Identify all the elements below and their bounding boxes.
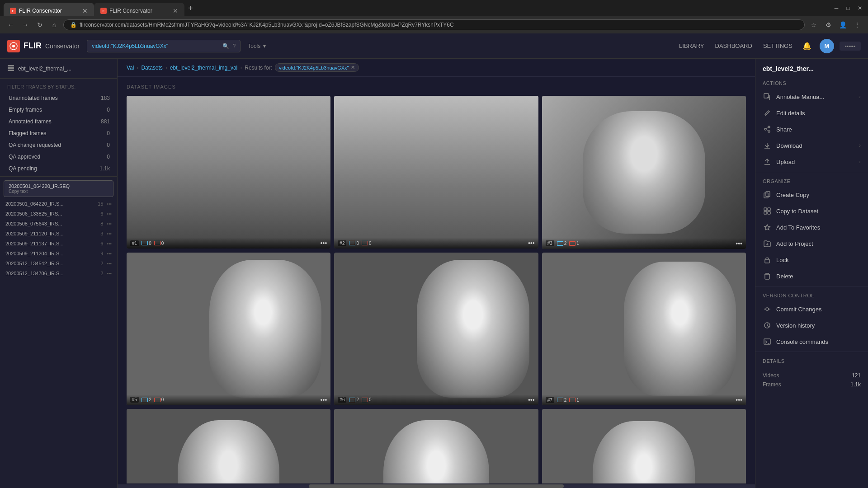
breadcrumb-filter-close-icon[interactable]: ✕ (351, 65, 355, 70)
vc-commit[interactable]: Commit Changes (755, 301, 868, 317)
action-edit[interactable]: Edit details (755, 105, 868, 121)
thermal-image-2 (334, 96, 538, 249)
horizontal-scrollbar[interactable] (118, 484, 755, 488)
filter-unannotated[interactable]: Unannotated frames 183 (0, 92, 117, 104)
home-button[interactable]: ⌂ (49, 19, 60, 30)
organize-lock[interactable]: Lock (755, 252, 868, 268)
back-button[interactable]: ← (5, 19, 16, 30)
image-card-11[interactable]: #11 2 0 ••• (542, 409, 746, 483)
extensions-button[interactable]: ⚙ (823, 19, 834, 30)
image-card-7[interactable]: #7 2 1 ••• (542, 253, 746, 406)
image-menu-2[interactable]: ••• (528, 239, 535, 247)
image-card-1[interactable]: #1 0 0 ••• (127, 96, 330, 249)
vc-console[interactable]: Console commands (755, 333, 868, 350)
nav-dashboard[interactable]: DASHBOARD (715, 41, 752, 51)
address-bar[interactable]: 🔒 flirconservator.com/datasets/HmRMc2sfm… (63, 19, 805, 30)
box-icon-1 (142, 241, 148, 245)
details-videos-key: Videos (763, 372, 779, 379)
search-icon[interactable]: 🔍 (222, 43, 229, 49)
new-tab-button[interactable]: + (184, 4, 197, 13)
image-card-2[interactable]: #2 0 0 ••• (334, 96, 538, 249)
browser-tab-1[interactable]: F FLIR Conservator ✕ (4, 3, 94, 16)
filter-qa-change[interactable]: QA change requested 0 (0, 139, 117, 151)
file-item-4[interactable]: 20200509_211137_IR.S... 6 ••• (0, 239, 117, 249)
breadcrumb-datasets[interactable]: Datasets (141, 65, 162, 71)
panel-divider-3 (755, 352, 868, 352)
file-item-1[interactable]: 20200506_133825_IRS... 6 ••• (0, 209, 117, 219)
action-upload[interactable]: Upload › (755, 154, 868, 170)
file-menu-5[interactable]: ••• (107, 251, 112, 256)
section-header: DATASET IMAGES (127, 84, 746, 89)
image-card-5[interactable]: #5 2 0 ••• (127, 253, 330, 405)
reload-button[interactable]: ↻ (34, 19, 45, 30)
image-menu-3[interactable]: ••• (736, 240, 742, 247)
file-item-7[interactable]: 20200512_134706_IR.S... 2 ••• (0, 268, 117, 278)
maximize-button[interactable]: □ (844, 4, 853, 13)
action-share[interactable]: Share (755, 121, 868, 137)
svg-point-5 (12, 45, 15, 47)
organize-create-copy[interactable]: Create Copy (755, 187, 868, 203)
bookmark-button[interactable]: ☆ (808, 19, 819, 30)
browser-tab-2[interactable]: F FLIR Conservator ✕ (94, 3, 184, 16)
filter-flagged[interactable]: Flagged frames 0 (0, 127, 117, 139)
svg-text:F: F (103, 9, 105, 13)
breadcrumb-val[interactable]: Val (127, 65, 134, 71)
image-card-10[interactable]: #10 2 0 ••• (334, 409, 538, 483)
file-item-0[interactable]: 20200501_064220_IR.S... 15 ••• (0, 199, 117, 209)
image-card-3[interactable]: #3 2 1 ••• (542, 96, 746, 249)
file-item-6[interactable]: 20200512_134542_IR.S... 2 ••• (0, 258, 117, 268)
filter-qa-pending[interactable]: QA pending 1.1k (0, 163, 117, 174)
action-annotate[interactable]: Annotate Manua... › (755, 89, 868, 105)
image-menu-1[interactable]: ••• (321, 239, 327, 247)
app: FLIR Conservator videoId:"KJ2K4p5Lb3nuav… (0, 33, 868, 488)
file-menu-3[interactable]: ••• (107, 231, 112, 236)
file-menu-1[interactable]: ••• (107, 211, 112, 216)
help-icon[interactable]: ? (233, 43, 236, 49)
vc-commit-label: Commit Changes (776, 306, 861, 313)
image-overlay-5: #5 2 0 ••• (127, 394, 330, 405)
tab-close-1[interactable]: ✕ (82, 7, 88, 14)
file-menu-0[interactable]: ••• (107, 202, 112, 206)
tab-close-2[interactable]: ✕ (173, 7, 178, 14)
organize-add-favorites[interactable]: Add To Favorites (755, 219, 868, 235)
profile-button[interactable]: 👤 (837, 19, 848, 30)
file-menu-2[interactable]: ••• (107, 221, 112, 226)
notification-button[interactable]: 🔔 (800, 39, 814, 53)
details-videos-val: 121 (852, 372, 861, 379)
close-button[interactable]: ✕ (855, 4, 864, 13)
menu-button[interactable]: ⋮ (852, 19, 863, 30)
filter-annotated[interactable]: Annotated frames 881 (0, 116, 117, 127)
image-badge-annot-6: 0 (362, 397, 372, 402)
image-menu-5[interactable]: ••• (321, 396, 327, 404)
filter-empty[interactable]: Empty frames 0 (0, 104, 117, 116)
nav-library[interactable]: LIBRARY (679, 41, 704, 51)
breadcrumb-search-input[interactable] (362, 65, 429, 71)
minimize-button[interactable]: ─ (832, 4, 841, 13)
breadcrumb-dataset-name[interactable]: ebt_level2_thermal_img_val (170, 65, 237, 71)
image-card-9[interactable]: #9 2 0 ••• (127, 409, 330, 483)
file-menu-6[interactable]: ••• (107, 261, 112, 266)
file-item-5[interactable]: 20200509_211204_IR.S... 9 ••• (0, 249, 117, 258)
image-menu-7[interactable]: ••• (736, 396, 742, 404)
nav-settings[interactable]: SETTINGS (763, 41, 793, 51)
file-menu-4[interactable]: ••• (107, 241, 112, 246)
tools-dropdown[interactable]: Tools ▾ (248, 43, 266, 49)
svg-rect-26 (764, 211, 767, 214)
image-card-6[interactable]: #6 2 0 ••• (334, 253, 538, 405)
file-item-3[interactable]: 20200509_211120_IR.S... 3 ••• (0, 229, 117, 239)
file-item-2[interactable]: 20200508_075643_IRS... 8 ••• (0, 219, 117, 229)
forward-button[interactable]: → (20, 19, 31, 30)
avatar[interactable]: M (820, 39, 834, 53)
organize-add-project[interactable]: Add to Project (755, 235, 868, 252)
search-bar[interactable]: videoId:"KJ2K4p5Lb3nuavGXx" 🔍 ? (87, 40, 241, 52)
file-menu-7[interactable]: ••• (107, 271, 112, 276)
action-download[interactable]: Download › (755, 137, 868, 154)
organize-copy-dataset[interactable]: Copy to Dataset (755, 203, 868, 219)
scrollbar-thumb[interactable] (309, 484, 564, 488)
organize-delete[interactable]: Delete (755, 268, 868, 284)
breadcrumb-filter-tag[interactable]: videoId:"KJ2K4p5Lb3nuavGXx" ✕ (275, 63, 359, 72)
image-menu-6[interactable]: ••• (528, 396, 535, 404)
filter-qa-approved[interactable]: QA approved 0 (0, 151, 117, 163)
vc-history[interactable]: Version history (755, 317, 868, 333)
body: ebt_level2_thermal_... Filter frames by … (0, 59, 868, 488)
